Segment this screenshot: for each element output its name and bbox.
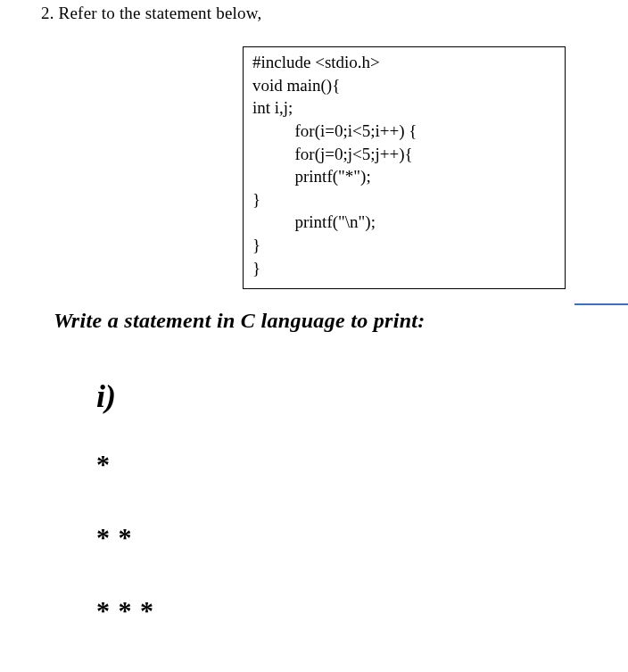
code-line: for(j=0;j<5;j++){ (252, 143, 556, 166)
code-line: #include <stdio.h> (252, 51, 556, 74)
code-line: int i,j; (252, 96, 556, 120)
code-line: void main(){ (252, 74, 556, 97)
question-number: 2. (41, 4, 54, 22)
instruction-text: Write a statement in C language to print… (54, 309, 426, 332)
question-text-content: Refer to the statement below, (59, 4, 262, 22)
code-line: printf("\n"); (252, 211, 556, 234)
code-line: } (252, 234, 556, 257)
star-icon: * * * (96, 597, 154, 624)
pattern-row: * * (96, 524, 628, 551)
question-prompt: 2. Refer to the statement below, (0, 4, 628, 23)
star-pattern: * * * * * * * * * * (0, 451, 628, 672)
star-icon: * * (96, 524, 133, 551)
code-box: #include <stdio.h> void main(){ int i,j;… (243, 46, 566, 289)
code-line: } (252, 188, 556, 212)
code-line: } (252, 257, 556, 280)
pattern-row: * (96, 451, 628, 477)
underline-decoration (574, 303, 628, 305)
subpart-label: i) (0, 377, 628, 415)
instruction-prompt: Write a statement in C language to print… (0, 309, 628, 333)
code-line: for(i=0;i<5;i++) { (252, 120, 556, 143)
star-icon: * (96, 451, 111, 477)
pattern-row: * * * (96, 597, 628, 624)
code-line: printf("*"); (252, 165, 556, 188)
